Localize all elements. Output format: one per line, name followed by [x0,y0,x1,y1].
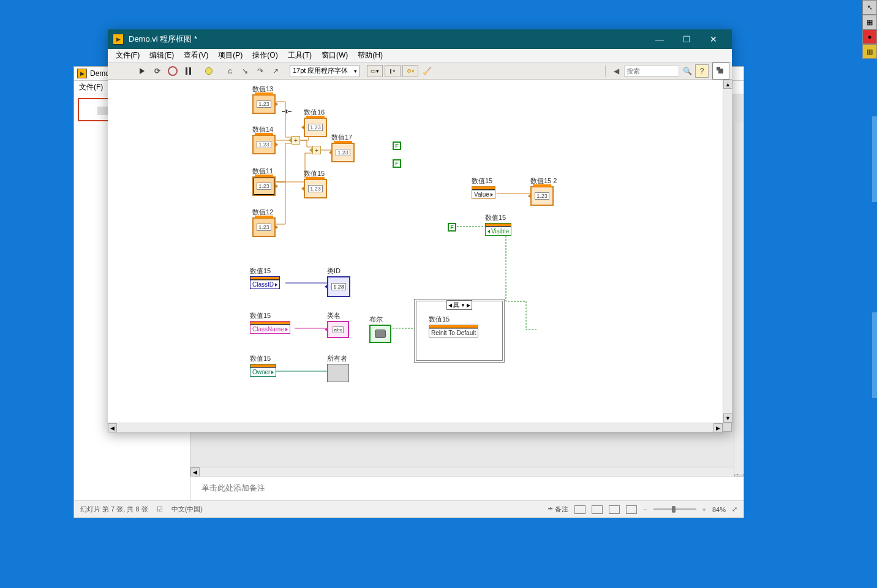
scroll-right-icon[interactable]: ▶ [713,423,723,432]
case-selector[interactable]: ◀真▼▶ [446,300,472,310]
pause-button[interactable] [181,64,195,78]
control-numeric13[interactable]: 数值13 1.23 [252,85,276,114]
desktop-accent [872,312,877,398]
indicator-numeric15[interactable]: 数值15 1.23 [304,169,327,198]
bool-constant[interactable]: F [393,141,401,150]
view-sorter-icon[interactable] [592,505,603,514]
retain-wire-button[interactable]: ⎌ [223,64,236,78]
lv-titlebar[interactable]: ▶ Demo.vi 程序框图 * — ☐ ✕ [108,29,732,49]
desktop-accent [872,116,877,202]
run-button[interactable] [135,64,149,78]
cursor-wiring-icon [280,105,293,118]
ppt-menu-file[interactable]: 文件(F) [79,82,103,92]
close-button[interactable]: ✕ [700,30,727,48]
control-numeric12[interactable]: 数值12 1.23 [252,208,276,237]
font-select[interactable]: 17pt 应用程序字体 [290,65,359,77]
labview-icon: ▶ [113,34,124,45]
invoke-node-reinit[interactable]: 数值15 Reinit To Default [429,315,478,337]
property-node-visible[interactable]: 数值15 Visible [485,213,511,236]
control-bool[interactable]: 布尔 [369,315,391,343]
indicator-numeric15-2[interactable]: 数值15 2 1.23 [530,176,557,206]
reorder-dropdown[interactable]: ⚙▾ [402,65,418,77]
indicator-classname[interactable]: 类名 abc [327,311,349,338]
ppt-notes-placeholder: 单击此处添加备注 [201,483,265,492]
spellcheck-icon[interactable]: ☑ [157,505,163,513]
menu-file[interactable]: 文件(F) [111,49,144,62]
block-diagram-canvas[interactable]: 数值13 1.23 数值14 1.23 数值11 1.23 数值12 1.23 … [108,80,723,423]
scroll-down-icon[interactable]: ▼ [723,413,732,423]
menu-tools[interactable]: 工具(T) [284,49,316,62]
lv-menubar: 文件(F) 编辑(E) 查看(V) 项目(P) 操作(O) 工具(T) 窗口(W… [108,49,732,62]
tool-cursor[interactable]: ↖ [862,0,877,15]
labview-icon: ▶ [77,69,87,78]
lv-vertical-scrollbar[interactable]: ▲ ▼ [723,80,732,423]
control-numeric11[interactable]: 数值11 1.23 [252,167,276,196]
property-node-classid[interactable]: 数值15 ClassID [250,266,280,289]
control-numeric14[interactable]: 数值14 1.23 [252,125,276,154]
add-node[interactable]: + [292,136,300,145]
ppt-notes-btn[interactable]: ≐ 备注 [548,505,568,514]
zoom-out-icon[interactable]: − [643,506,647,513]
scroll-left-icon[interactable]: ◀ [108,423,117,432]
scroll-corner [723,423,732,432]
maximize-button[interactable]: ☐ [673,30,700,48]
view-slideshow-icon[interactable] [626,505,637,514]
ppt-hscroll[interactable]: ◀ ▶ [190,467,743,476]
indicator-owner[interactable]: 所有者 [327,354,349,382]
step-into-button[interactable]: ↘ [238,64,252,78]
tools-palette: ↖ ▦ ● ▥ [862,0,877,59]
lv-title: Demo.vi 程序框图 * [129,34,197,45]
connector-pane-icon[interactable] [712,62,729,80]
indicator-numeric16[interactable]: 数值16 1.23 [304,108,327,137]
search-icon[interactable]: 🔍 [680,64,694,78]
ppt-vscroll[interactable] [734,122,743,474]
step-out-button[interactable]: ↗ [269,64,282,78]
zoom-in-icon[interactable]: + [702,506,706,513]
ppt-lang: 中文(中国) [171,505,203,514]
ppt-notes[interactable]: 单击此处添加备注 [190,476,743,500]
tool-probe[interactable]: ▥ [862,44,877,59]
run-continuous-button[interactable]: ⟳ [151,64,164,78]
property-node-owner[interactable]: 数值15 Owner [250,354,276,377]
ppt-slide-count: 幻灯片 第 7 张, 共 8 张 [80,505,148,514]
zoom-slider[interactable] [653,508,696,510]
scroll-up-icon[interactable]: ▲ [723,80,732,89]
zoom-pct[interactable]: 84% [712,506,726,513]
highlight-exec-button[interactable] [202,64,216,78]
view-normal-icon[interactable] [574,505,585,514]
lv-toolbar: ⟳ ⎌ ↘ ↷ ↗ 17pt 应用程序字体 ▭▾ ⫿▾ ⚙▾ 🧹 ◀ 🔍 ? [108,62,732,80]
search-input[interactable] [624,66,679,77]
bool-constant[interactable]: F [393,159,401,168]
ppt-statusbar: 幻灯片 第 7 张, 共 8 张 ☑ 中文(中国) ≐ 备注 − + 84% ⤢ [74,500,743,518]
indicator-numeric17[interactable]: 数值17 1.23 [331,133,355,162]
lv-horizontal-scrollbar[interactable]: ◀ ▶ [108,423,723,432]
tool-record[interactable]: ● [862,29,877,44]
menu-help[interactable]: 帮助(H) [353,49,387,62]
abort-button[interactable] [166,64,179,78]
indicator-classid[interactable]: 类ID 1.23 [327,266,350,297]
distribute-dropdown[interactable]: ⫿▾ [385,65,401,77]
search-prev-button[interactable]: ◀ [609,64,623,78]
property-node-value[interactable]: 数值15 Value [472,176,495,199]
tool-operate[interactable]: ▦ [862,15,877,29]
align-dropdown[interactable]: ▭▾ [367,65,383,77]
case-structure[interactable]: ◀真▼▶ 数值15 Reinit To Default [414,299,505,363]
property-node-classname[interactable]: 数值15 ClassName [250,311,290,334]
menu-view[interactable]: 查看(V) [179,49,213,62]
bool-constant[interactable]: F [448,223,456,232]
scroll-left-icon[interactable]: ◀ [190,467,200,477]
fit-window-icon[interactable]: ⤢ [732,505,737,513]
menu-project[interactable]: 项目(P) [214,49,247,62]
minimize-button[interactable]: — [646,30,673,48]
labview-window: ▶ Demo.vi 程序框图 * — ☐ ✕ 文件(F) 编辑(E) 查看(V)… [108,29,732,432]
help-button[interactable]: ? [695,64,709,78]
menu-window[interactable]: 窗口(W) [317,49,352,62]
cleanup-button[interactable]: 🧹 [420,64,434,78]
menu-operate[interactable]: 操作(O) [248,49,282,62]
add-node[interactable]: + [312,146,321,154]
step-over-button[interactable]: ↷ [254,64,267,78]
view-reading-icon[interactable] [609,505,620,514]
menu-edit[interactable]: 编辑(E) [145,49,178,62]
